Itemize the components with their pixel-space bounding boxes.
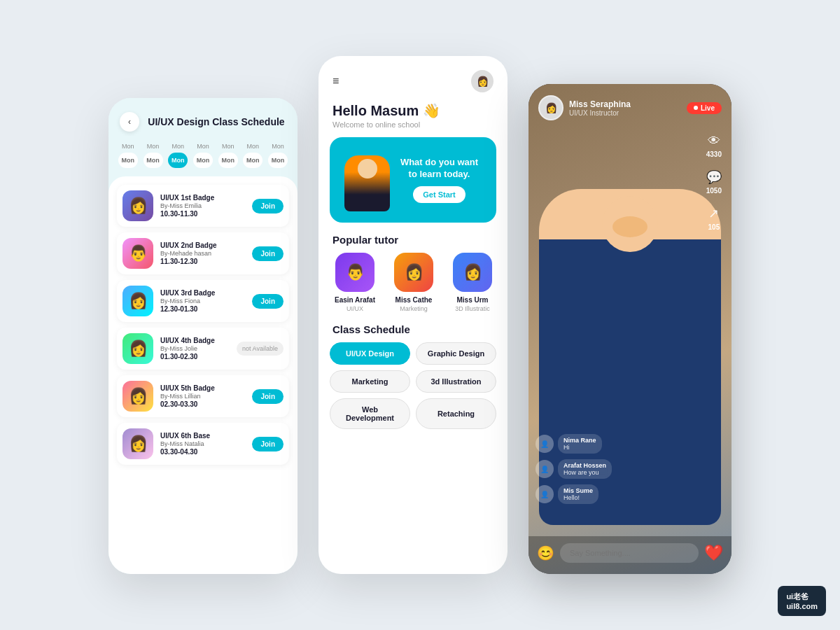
hero-banner: What do you want to learn today. Get Sta… [330,137,496,223]
eye-icon: 👁 [708,134,720,148]
hero-figure [344,155,390,211]
instructor-name: By-Miss Fiona [160,298,245,304]
class-info: UI/UX 1st Badge By-Miss Emilia 10.30-11.… [160,194,245,218]
join-button[interactable]: Join [252,389,284,404]
tutor-name: Miss Urm [456,296,488,304]
school-header: ≡ 👩 [318,56,507,99]
avatar: 👩 [122,428,153,459]
live-header: 👩 Miss Seraphina UI/UX Instructor Live [528,84,732,126]
schedule-item: 👨 UI/UX 2nd Badge By-Mehade hasan 11.30-… [117,232,289,274]
schedule-pill-webdev[interactable]: Web Development [330,398,410,429]
day-button[interactable]: Mon [118,153,138,168]
share-count: ↗ 105 [706,206,722,231]
commenter-avatar: 👤 [536,485,554,503]
class-info: UI/UX 2nd Badge By-Mehade hasan 11.30-12… [160,241,245,265]
commenter-name: Arafat Hossen [564,462,606,469]
schedule-header: ‹ UI/UX Design Class Schedule [108,98,298,140]
class-time: 11.30-12.30 [160,258,245,265]
day-buttons-row: Mon Mon Mon Mon Mon Mon Mon [117,153,289,168]
say-something-input[interactable] [560,543,699,563]
day-button[interactable]: Mon [218,153,238,168]
instructor-avatar: 👩 [538,95,564,120]
join-button[interactable]: Join [252,246,284,261]
user-avatar[interactable]: 👩 [471,70,493,92]
menu-icon[interactable]: ≡ [332,75,339,88]
schedule-pill-uiux[interactable]: UI/UX Design [330,342,410,365]
class-schedule-section: UI/UX Design Graphic Design Marketing 3d… [318,342,507,574]
tutor-avatar: 👨 [335,253,374,292]
day-button-active[interactable]: Mon [168,153,188,168]
class-schedule-title: Class Schedule [318,323,507,342]
comment-item: 👤 Nima Rane Hi [536,434,612,454]
avatar: 👩 [122,190,153,221]
tutor-name: Miss Cathe [396,296,433,304]
watermark-line2: uil8.com [786,602,818,610]
join-button[interactable]: Join [252,199,284,214]
schedule-pill-marketing[interactable]: Marketing [330,370,410,393]
class-time: 02.30-03.30 [160,400,245,408]
day-label: Mon [144,143,163,150]
popular-tutor-title: Popular tutor [318,234,507,253]
view-number: 4330 [706,150,722,158]
hero-head [358,159,377,178]
join-button[interactable]: Join [252,437,284,451]
heart-button[interactable]: ❤️ [704,544,723,562]
tutor-role: Marketing [400,305,428,312]
schedule-list: 👩 UI/UX 1st Badge By-Miss Emilia 10.30-1… [108,176,298,574]
tutor-card[interactable]: 👩 Miss Urm 3D Illustratic [447,253,498,312]
comment-bubble: Mis Sume Hello! [558,484,598,504]
not-available-button: not Available [237,342,284,356]
tutor-avatar: 👩 [453,253,492,292]
class-badge: UI/UX 6th Base [160,432,245,440]
day-button[interactable]: Mon [243,153,262,168]
commenter-avatar: 👤 [536,435,554,453]
day-label: Mon [243,143,262,150]
day-button[interactable]: Mon [193,153,213,168]
phone-livestream: 👩 Miss Seraphina UI/UX Instructor Live 👁… [528,84,732,574]
emoji-button[interactable]: 😊 [537,545,554,561]
instructor-details: Miss Seraphina UI/UX Instructor [569,99,631,117]
schedule-pill-3d[interactable]: 3d Illustration [416,370,496,393]
instructor-live-role: UI/UX Instructor [569,109,631,117]
avatar: 👨 [122,238,153,269]
instructor-name: By-Miss Jolie [160,345,230,352]
day-label: Mon [168,143,188,150]
instructor-info: 👩 Miss Seraphina UI/UX Instructor [538,95,631,120]
class-info: UI/UX 6th Base By-Miss Natalia 03.30-04.… [160,432,245,456]
day-labels-row: Mon Mon Mon Mon Mon Mon Mon [117,143,289,150]
commenter-name: Mis Sume [564,487,593,494]
day-button[interactable]: Mon [268,153,288,168]
class-badge: UI/UX 3rd Badge [160,289,245,297]
schedule-title: UI/UX Design Class Schedule [146,115,286,128]
share-icon: ↗ [708,206,719,221]
tutor-role: 3D Illustratic [455,305,490,312]
class-info: UI/UX 3rd Badge By-Miss Fiona 12.30-01.3… [160,289,245,313]
live-dot [694,106,698,110]
hero-visual [341,148,393,211]
schedule-item: 👩 UI/UX 4th Badge By-Miss Jolie 01.30-02… [117,328,289,370]
day-button[interactable]: Mon [144,153,163,168]
instructor-live-name: Miss Seraphina [569,99,631,109]
day-label: Mon [218,143,238,150]
chat-icon: 💬 [706,169,722,185]
schedule-pill-graphic[interactable]: Graphic Design [416,342,496,365]
class-badge: UI/UX 5th Badge [160,384,245,392]
tutor-card[interactable]: 👩 Miss Cathe Marketing [388,253,439,312]
schedule-grid: UI/UX Design Graphic Design Marketing 3d… [330,342,496,429]
get-start-button[interactable]: Get Start [413,186,465,203]
class-time: 10.30-11.30 [160,210,245,218]
back-button[interactable]: ‹ [120,112,139,132]
live-comments: 👤 Nima Rane Hi 👤 Arafat Hossen How are y… [536,434,612,504]
day-label: Mon [268,143,288,150]
instructor-name: By-Miss Lillian [160,393,245,400]
comment-text: How are you [564,469,606,476]
schedule-item: 👩 UI/UX 3rd Badge By-Miss Fiona 12.30-01… [117,280,289,322]
schedule-item: 👩 UI/UX 5th Badge By-Miss Lillian 02.30-… [117,375,289,417]
class-info: UI/UX 4th Badge By-Miss Jolie 01.30-02.3… [160,337,230,360]
class-time: 12.30-01.30 [160,305,245,313]
join-button[interactable]: Join [252,294,284,309]
schedule-pill-retaching[interactable]: Retaching [416,398,496,429]
tutor-card[interactable]: 👨 Easin Arafat UI/UX [330,253,380,312]
comment-bubble: Nima Rane Hi [558,434,602,454]
instructor-head [602,196,658,252]
